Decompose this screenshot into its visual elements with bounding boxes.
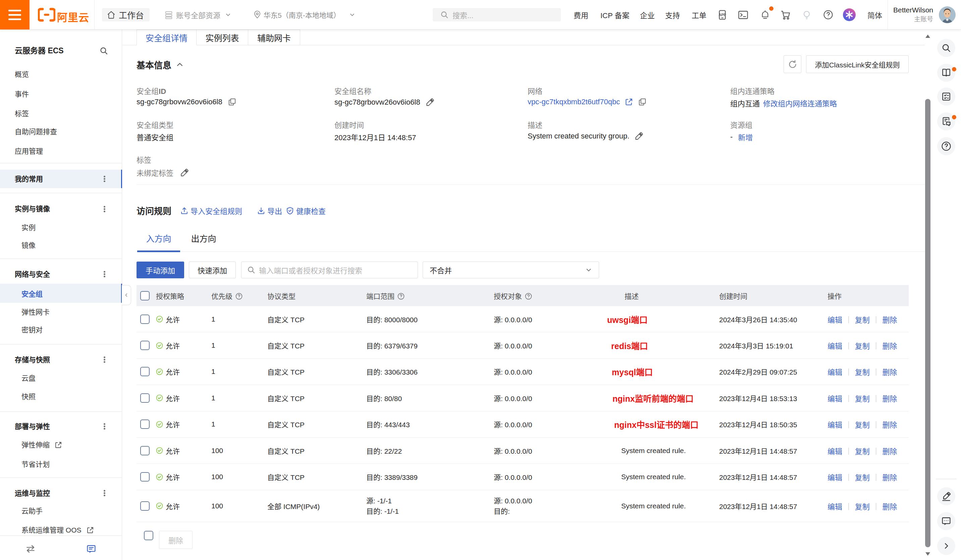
svg-text:APP: APP <box>719 13 726 16</box>
